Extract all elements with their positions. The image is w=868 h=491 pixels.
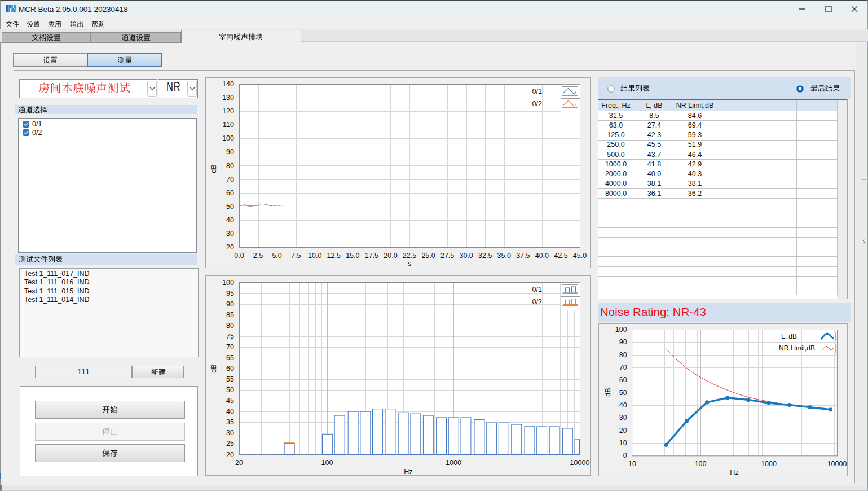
svg-text:45: 45 — [226, 397, 234, 405]
svg-text:55: 55 — [226, 375, 234, 383]
svg-text:25.0: 25.0 — [421, 252, 435, 260]
svg-text:dB: dB — [210, 364, 218, 372]
svg-text:40: 40 — [226, 407, 234, 415]
svg-text:32.5: 32.5 — [478, 252, 492, 260]
svg-text:36.2: 36.2 — [688, 190, 702, 198]
svg-text:s: s — [408, 260, 411, 268]
svg-text:63.0: 63.0 — [609, 121, 623, 129]
svg-text:20: 20 — [619, 427, 627, 435]
svg-text:120: 120 — [222, 107, 234, 115]
svg-text:36.1: 36.1 — [647, 190, 661, 198]
svg-text:27.5: 27.5 — [440, 252, 454, 260]
svg-text:125.0: 125.0 — [607, 131, 624, 139]
svg-text:1000: 1000 — [446, 459, 461, 467]
svg-text:30: 30 — [226, 230, 234, 238]
svg-text:20.0: 20.0 — [384, 252, 397, 260]
svg-text:60: 60 — [619, 376, 627, 384]
svg-text:NR Limit,dB: NR Limit,dB — [676, 102, 714, 109]
svg-text:85: 85 — [226, 311, 234, 319]
svg-text:17.5: 17.5 — [365, 252, 378, 260]
svg-text:31.5: 31.5 — [609, 112, 623, 120]
svg-text:46.4: 46.4 — [688, 151, 702, 159]
svg-text:100: 100 — [222, 279, 234, 287]
svg-text:45.5: 45.5 — [647, 141, 661, 148]
svg-text:60: 60 — [226, 189, 234, 197]
svg-text:100: 100 — [695, 460, 707, 468]
svg-text:60: 60 — [226, 365, 234, 372]
svg-text:25: 25 — [226, 440, 234, 448]
svg-text:dB: dB — [210, 164, 218, 173]
svg-text:100: 100 — [321, 459, 333, 467]
svg-text:Freq., Hz: Freq., Hz — [601, 102, 630, 109]
svg-text:70: 70 — [226, 343, 234, 351]
svg-text:10: 10 — [628, 460, 636, 468]
svg-text:75: 75 — [226, 332, 234, 340]
svg-text:2.5: 2.5 — [253, 252, 263, 260]
svg-text:50: 50 — [619, 389, 627, 397]
svg-text:65: 65 — [226, 354, 234, 362]
svg-text:40: 40 — [619, 401, 627, 409]
svg-text:L, dB: L, dB — [781, 332, 797, 340]
svg-text:38.1: 38.1 — [647, 179, 661, 187]
svg-text:L, dB: L, dB — [646, 102, 662, 109]
svg-text:90: 90 — [226, 300, 234, 308]
svg-text:37.5: 37.5 — [516, 252, 530, 260]
svg-text:140: 140 — [222, 80, 234, 88]
svg-text:500.0: 500.0 — [607, 151, 624, 159]
svg-text:10000: 10000 — [827, 460, 847, 468]
svg-text:Hz: Hz — [730, 468, 738, 476]
svg-text:110: 110 — [223, 121, 234, 129]
svg-text:0/2: 0/2 — [532, 100, 542, 108]
svg-text:0/2: 0/2 — [532, 298, 542, 306]
svg-text:41.8: 41.8 — [647, 160, 661, 168]
svg-text:5.0: 5.0 — [272, 252, 281, 260]
svg-text:1000.0: 1000.0 — [605, 160, 627, 168]
svg-text:4000.0: 4000.0 — [605, 179, 627, 187]
svg-text:8.5: 8.5 — [649, 112, 659, 120]
svg-text:70: 70 — [619, 363, 627, 371]
svg-text:30: 30 — [619, 414, 627, 422]
svg-text:42.9: 42.9 — [688, 160, 702, 168]
svg-text:Hz: Hz — [404, 468, 412, 476]
svg-text:dB: dB — [604, 388, 612, 396]
svg-text:250.0: 250.0 — [607, 141, 624, 148]
svg-text:10000: 10000 — [570, 459, 590, 467]
svg-text:20: 20 — [235, 459, 243, 467]
svg-text:0.0: 0.0 — [234, 252, 244, 260]
svg-text:20: 20 — [226, 451, 234, 459]
svg-text:15.0: 15.0 — [346, 252, 359, 260]
svg-text:10: 10 — [619, 439, 627, 447]
svg-text:35.0: 35.0 — [497, 252, 511, 260]
svg-text:40.3: 40.3 — [688, 170, 702, 178]
svg-text:40: 40 — [226, 216, 234, 224]
svg-text:10.0: 10.0 — [308, 252, 321, 260]
svg-text:69.4: 69.4 — [688, 121, 702, 129]
svg-text:59.3: 59.3 — [688, 131, 702, 139]
svg-text:100: 100 — [222, 134, 234, 142]
svg-text:70: 70 — [226, 176, 234, 183]
svg-text:38.1: 38.1 — [688, 179, 702, 187]
svg-text:80: 80 — [619, 351, 627, 359]
svg-text:42.5: 42.5 — [554, 252, 567, 260]
svg-text:12.5: 12.5 — [327, 252, 341, 260]
svg-text:2000.0: 2000.0 — [605, 170, 627, 178]
svg-text:95: 95 — [226, 290, 234, 297]
svg-text:30.0: 30.0 — [459, 252, 473, 260]
svg-text:51.9: 51.9 — [688, 141, 702, 148]
svg-text:130: 130 — [222, 94, 234, 102]
svg-text:8000.0: 8000.0 — [605, 190, 627, 198]
svg-text:90: 90 — [226, 148, 234, 156]
svg-text:90: 90 — [619, 338, 627, 346]
svg-text:80: 80 — [226, 162, 234, 170]
svg-text:30: 30 — [226, 429, 234, 437]
svg-text:22.5: 22.5 — [403, 252, 416, 260]
svg-text:0/1: 0/1 — [532, 87, 542, 95]
svg-text:42.3: 42.3 — [647, 131, 661, 139]
svg-text:100: 100 — [615, 326, 627, 334]
svg-text:45.0: 45.0 — [573, 252, 587, 260]
svg-text:0/1: 0/1 — [532, 286, 542, 293]
svg-text:40.0: 40.0 — [535, 252, 549, 260]
svg-text:80: 80 — [226, 322, 234, 330]
svg-text:27.4: 27.4 — [647, 121, 661, 129]
svg-text:43.7: 43.7 — [647, 151, 661, 159]
